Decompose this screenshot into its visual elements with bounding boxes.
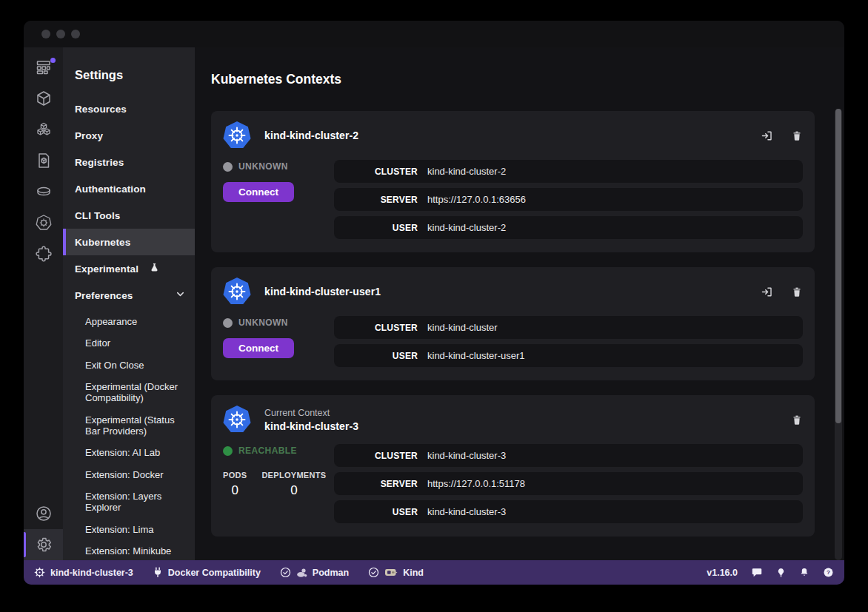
image-file-icon [35,152,53,169]
status-dot [223,162,233,172]
kind-logo-icon [384,568,398,577]
rail-item-images[interactable] [24,145,63,176]
set-current-context-button[interactable] [761,130,773,142]
scrollbar-thumb[interactable] [835,109,841,423]
pods-cubes-icon [35,121,53,138]
sidebar-item-cli-tools[interactable]: CLI Tools [63,202,195,229]
status-label: UNKNOWN [238,317,288,328]
rail-item-kubernetes[interactable] [24,207,63,238]
context-row-user: USER kind-kind-cluster-3 [334,500,803,523]
chevron-down-icon [175,289,186,302]
current-context-label: Current Context [264,408,358,418]
plug-icon [153,567,163,578]
status-label: REACHABLE [238,445,297,456]
bell-icon[interactable] [799,567,809,578]
sidebar-item-authentication[interactable]: Authentication [63,175,195,202]
sidebar-item-experimental[interactable]: Experimental [63,255,195,282]
context-card: kind-kind-cluster-2 [211,111,815,252]
preferences-sub-list: Appearance Editor Exit On Close Experime… [63,309,195,556]
app-window: Settings Resources Proxy Registries Auth… [24,21,844,585]
close-button[interactable] [41,30,50,38]
rail-item-settings[interactable] [24,529,63,560]
trash-icon [791,130,803,142]
gear-icon [35,536,53,554]
context-row-cluster: CLUSTER kind-kind-cluster-3 [334,444,803,467]
context-name: kind-kind-cluster-3 [264,420,358,432]
rail-item-dashboard[interactable] [24,52,63,83]
app-nav-rail [24,47,63,560]
sidebar-item-registries[interactable]: Registries [63,149,195,175]
sidebar-item-preferences[interactable]: Preferences [63,282,195,309]
dashboard-icon [35,58,53,76]
sidebar-item-resources[interactable]: Resources [63,95,195,122]
context-card-current: Current Context kind-kind-cluster-3 [211,395,815,537]
delete-context-button[interactable] [791,286,803,298]
status-label: UNKNOWN [238,161,288,172]
statusbar-podman[interactable]: Podman [280,567,349,578]
sidebar-subitem-ext-minikube[interactable]: Extension: Minikube [85,545,189,556]
page-title: Kubernetes Contexts [211,72,844,87]
connect-button[interactable]: Connect [223,338,294,358]
title-bar [24,21,844,47]
status-bar: kind-kind-cluster-3 Docker Compatibility… [24,560,844,585]
account-icon [35,505,53,522]
settings-title: Settings [63,59,195,95]
sign-in-icon [761,130,773,142]
context-row-server: SERVER https://127.0.0.1:51178 [334,472,803,495]
context-row-user: USER kind-kind-cluster-2 [334,216,803,239]
rail-item-account[interactable] [24,498,63,529]
rail-item-containers[interactable] [24,83,63,114]
trash-icon [791,414,803,426]
sidebar-subitem-experimental-statusbar[interactable]: Experimental (Status Bar Providers) [85,414,189,437]
help-icon[interactable]: ? [823,567,834,578]
zoom-button[interactable] [71,30,80,38]
sidebar-subitem-ext-docker[interactable]: Extension: Docker [85,469,189,480]
rail-spacer [24,269,63,498]
svg-text:?: ? [827,569,830,576]
sidebar-subitem-ext-ai-lab[interactable]: Extension: AI Lab [85,447,189,458]
sidebar-subitem-exit-on-close[interactable]: Exit On Close [85,360,189,371]
sidebar-subitem-editor[interactable]: Editor [85,337,189,349]
minimize-button[interactable] [56,30,65,38]
context-row-cluster: CLUSTER kind-kind-cluster-2 [334,160,803,183]
sidebar-subitem-ext-layers-explorer[interactable]: Extension: Layers Explorer [85,491,189,514]
sidebar-item-proxy[interactable]: Proxy [63,122,195,149]
context-name: kind-kind-cluster-2 [264,130,358,141]
context-row-server: SERVER https://127.0.0.1:63656 [334,188,803,211]
rail-item-extensions[interactable] [24,238,63,269]
context-row-cluster: CLUSTER kind-kind-cluster [334,316,803,339]
statusbar-docker-compatibility[interactable]: Docker Compatibility [153,567,261,578]
container-cube-icon [35,90,53,107]
feedback-bubble-icon[interactable] [751,567,763,578]
pods-counter: PODS 0 [223,471,247,498]
set-current-context-button[interactable] [761,286,773,298]
check-circle-icon [280,567,291,578]
kubernetes-logo [223,278,251,306]
podman-seal-icon [296,568,307,578]
volume-disk-icon [35,183,53,201]
status-dot [223,446,233,456]
statusbar-kind[interactable]: Kind [368,567,424,578]
puzzle-icon [35,245,53,263]
check-circle-icon [368,567,379,578]
trash-icon [791,286,803,298]
sidebar-subitem-ext-lima[interactable]: Extension: Lima [85,524,189,535]
settings-sidebar: Settings Resources Proxy Registries Auth… [63,47,195,560]
connect-button[interactable]: Connect [223,182,294,202]
delete-context-button[interactable] [791,414,803,426]
context-row-user: USER kind-kind-cluster-user1 [334,344,803,367]
delete-context-button[interactable] [791,130,803,142]
scrollbar-track[interactable] [835,109,842,560]
app-version: v1.16.0 [707,568,738,578]
context-card: kind-kind-cluster-user1 [211,267,815,380]
sidebar-subitem-experimental-docker[interactable]: Experimental (Docker Compatibility) [85,381,189,404]
sidebar-subitem-appearance[interactable]: Appearance [85,316,189,327]
rail-item-volumes[interactable] [24,176,63,207]
sign-in-icon [761,286,773,298]
statusbar-kube-context[interactable]: kind-kind-cluster-3 [34,567,133,578]
rail-item-pods[interactable] [24,114,63,145]
kubernetes-logo [223,121,251,149]
lightbulb-icon[interactable] [776,567,786,578]
status-dot [223,318,233,328]
sidebar-item-kubernetes[interactable]: Kubernetes [63,229,195,255]
